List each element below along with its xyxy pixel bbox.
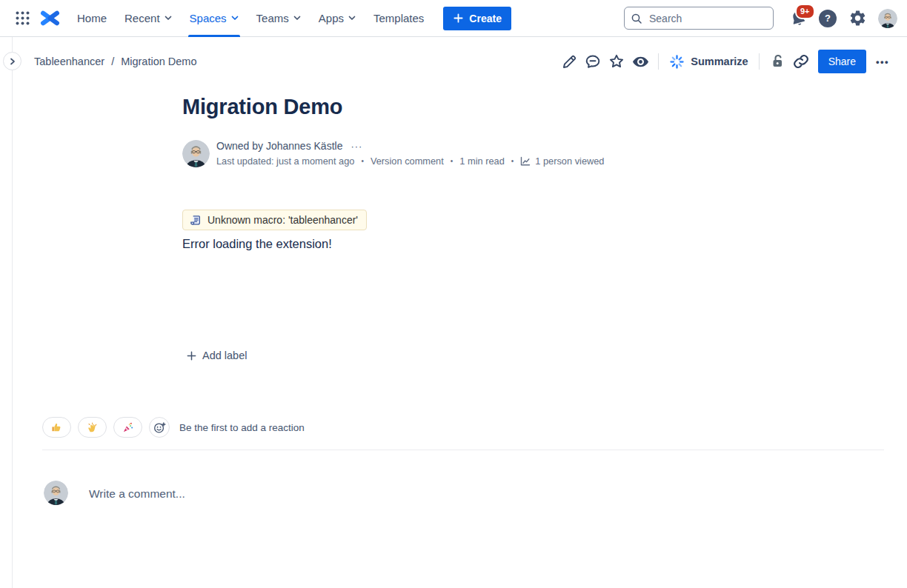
confluence-logo-icon bbox=[40, 10, 60, 27]
more-actions-button[interactable]: ••• bbox=[870, 50, 895, 73]
comment-input[interactable]: Write a comment... bbox=[89, 487, 185, 501]
user-avatar bbox=[44, 481, 68, 505]
settings-button[interactable] bbox=[848, 9, 867, 28]
share-button[interactable]: Share bbox=[818, 50, 866, 73]
analytics-viewed[interactable]: 1 person viewed bbox=[520, 156, 604, 167]
comment-bubble-icon bbox=[584, 53, 602, 70]
notifications-button[interactable]: 9+ bbox=[788, 9, 808, 28]
owner-avatar[interactable] bbox=[182, 140, 210, 167]
dot-separator: • bbox=[361, 157, 364, 165]
add-label-button[interactable]: Add label bbox=[183, 348, 250, 363]
sidebar-rail bbox=[12, 37, 13, 588]
read-time-text: 1 min read bbox=[459, 156, 504, 167]
help-button[interactable]: ? bbox=[819, 10, 837, 27]
add-reaction-button[interactable] bbox=[149, 417, 170, 438]
page-title: Migration Demo bbox=[182, 95, 342, 119]
analytics-chart-icon bbox=[520, 156, 531, 167]
add-reaction-smiley-icon bbox=[153, 421, 166, 434]
owned-by-text[interactable]: Owned by Johannes Kästle bbox=[216, 140, 342, 152]
unlock-icon bbox=[768, 53, 786, 70]
ai-sparkle-icon bbox=[669, 54, 685, 70]
reaction-thumbs-up-button[interactable] bbox=[42, 417, 71, 438]
add-label-text: Add label bbox=[202, 350, 247, 361]
reactions-bar: Be the first to add a reaction bbox=[42, 417, 305, 438]
watch-button[interactable] bbox=[628, 50, 652, 73]
nav-item-teams[interactable]: Teams bbox=[247, 0, 310, 37]
chevron-down-icon bbox=[293, 16, 301, 21]
expand-sidebar-button[interactable] bbox=[3, 52, 21, 70]
user-avatar bbox=[878, 9, 897, 28]
nav-item-home[interactable]: Home bbox=[68, 0, 116, 37]
summarize-button[interactable]: Summarize bbox=[665, 50, 752, 73]
chevron-down-icon bbox=[231, 16, 239, 21]
breadcrumb-page[interactable]: Migration Demo bbox=[121, 56, 196, 67]
copy-link-button[interactable] bbox=[789, 50, 813, 73]
primary-nav: Home Recent Spaces Teams Apps Templates bbox=[68, 0, 433, 37]
user-avatar bbox=[182, 140, 210, 167]
ellipsis-icon: ··· bbox=[350, 141, 362, 152]
nav-item-recent[interactable]: Recent bbox=[116, 0, 181, 37]
link-icon bbox=[792, 53, 810, 70]
search-input[interactable] bbox=[648, 12, 767, 25]
byline-owner-row: Owned by Johannes Kästle ··· bbox=[216, 140, 364, 152]
commenter-avatar bbox=[44, 481, 68, 505]
clapping-hands-emoji-icon bbox=[87, 422, 98, 433]
content-divider bbox=[42, 450, 884, 450]
breadcrumb-separator: / bbox=[111, 56, 114, 67]
toolbar-divider bbox=[658, 53, 659, 70]
dot-separator: • bbox=[511, 157, 514, 165]
reaction-prompt-text: Be the first to add a reaction bbox=[179, 422, 305, 433]
confluence-logo[interactable] bbox=[39, 7, 61, 30]
reaction-clap-button[interactable] bbox=[78, 417, 107, 438]
viewed-count-text: 1 person viewed bbox=[535, 156, 604, 167]
macro-scroll-icon bbox=[189, 214, 202, 227]
gear-icon bbox=[848, 9, 867, 27]
nav-item-apps[interactable]: Apps bbox=[310, 0, 365, 37]
thumbs-up-emoji-icon bbox=[51, 422, 62, 433]
chevron-down-icon bbox=[165, 16, 172, 21]
top-navigation-bar: Home Recent Spaces Teams Apps Templates … bbox=[0, 0, 907, 37]
byline-meta-row: Last updated: just a moment ago • Versio… bbox=[216, 156, 604, 167]
ellipsis-icon: ••• bbox=[876, 56, 889, 67]
restrictions-button[interactable] bbox=[765, 50, 789, 73]
pencil-icon bbox=[560, 53, 578, 70]
plus-icon bbox=[453, 13, 464, 24]
macro-warning-text: Unknown macro: 'tableenhancer' bbox=[207, 214, 358, 226]
last-updated-text[interactable]: Last updated: just a moment ago bbox=[216, 156, 354, 167]
favourite-button[interactable] bbox=[605, 50, 628, 73]
create-button[interactable]: Create bbox=[443, 7, 511, 30]
question-mark-icon: ? bbox=[825, 13, 831, 24]
chevron-right-icon bbox=[10, 58, 16, 65]
dot-separator: • bbox=[451, 157, 454, 165]
profile-avatar-button[interactable] bbox=[878, 9, 897, 28]
app-grid-icon bbox=[15, 10, 30, 26]
plus-icon bbox=[186, 350, 197, 361]
toolbar-divider bbox=[759, 53, 760, 70]
page-actions-toolbar: Summarize Share ••• bbox=[557, 49, 895, 74]
nav-item-spaces[interactable]: Spaces bbox=[181, 0, 247, 37]
search-icon bbox=[631, 13, 642, 24]
comments-button[interactable] bbox=[581, 50, 605, 73]
version-comment-text: Version comment bbox=[371, 156, 444, 167]
nav-item-templates[interactable]: Templates bbox=[365, 0, 433, 37]
unknown-macro-placeholder[interactable]: Unknown macro: 'tableenhancer' bbox=[182, 210, 367, 230]
extension-error-text: Error loading the extension! bbox=[182, 237, 332, 251]
owner-more-button[interactable]: ··· bbox=[349, 141, 364, 152]
search-box bbox=[624, 7, 774, 30]
reaction-party-button[interactable] bbox=[113, 417, 142, 438]
chevron-down-icon bbox=[348, 16, 356, 21]
edit-button[interactable] bbox=[557, 50, 581, 73]
eye-icon bbox=[631, 53, 650, 71]
breadcrumb: Tableenhancer / Migration Demo bbox=[34, 50, 197, 73]
star-icon bbox=[608, 53, 625, 70]
breadcrumb-space[interactable]: Tableenhancer bbox=[34, 56, 104, 67]
summarize-label: Summarize bbox=[691, 56, 748, 67]
app-switcher-button[interactable] bbox=[10, 7, 34, 30]
party-popper-emoji-icon bbox=[122, 422, 133, 433]
notification-badge: 9+ bbox=[795, 4, 815, 19]
